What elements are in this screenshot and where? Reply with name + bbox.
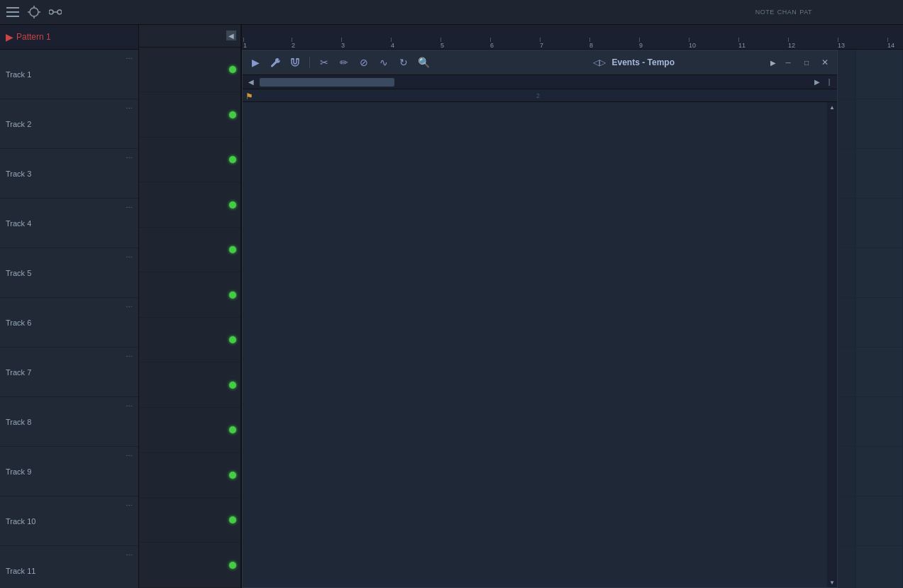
wave-icon[interactable]: ∿ — [377, 55, 391, 70]
ruler-mark-10: 10 — [689, 38, 696, 49]
svg-point-9 — [57, 10, 62, 14]
middle-header: ◀ — [139, 25, 240, 48]
track-active-dot[interactable] — [229, 426, 236, 433]
tempo-arrow: ▶ — [770, 59, 776, 67]
pattern-label[interactable]: ▶ Pattern 1 — [0, 25, 138, 50]
scroll-down-button[interactable]: ▼ — [827, 577, 837, 587]
ruler-mark-2: 2 — [292, 38, 295, 49]
scissors-icon[interactable]: ✂ — [317, 55, 331, 70]
track-row[interactable]: … Track 11 — [0, 546, 138, 588]
svg-point-8 — [49, 10, 53, 14]
track-row[interactable]: … Track 9 — [0, 447, 138, 497]
track-grid: ▶ ✂ ✏ — [242, 50, 903, 588]
track-row[interactable]: … Track 4 — [0, 199, 138, 248]
right-panel: 1 2 3 4 5 6 7 8 9 10 11 12 13 14 — [242, 25, 903, 588]
track-control-row — [139, 92, 240, 138]
play-button[interactable]: ▶ — [248, 55, 262, 70]
track-dots: … — [126, 152, 133, 160]
track-active-dot[interactable] — [229, 516, 236, 523]
track-row[interactable]: … Track 1 — [0, 50, 138, 99]
track-name: Track 8 — [6, 418, 31, 426]
track-control-row — [139, 408, 240, 453]
track-name: Track 11 — [6, 567, 35, 575]
track-row[interactable]: … Track 3 — [0, 149, 138, 199]
svg-rect-0 — [6, 7, 19, 9]
ruler-mark-12: 12 — [788, 38, 795, 49]
timeline-ruler: 1 2 3 4 5 6 7 8 9 10 11 12 13 14 — [242, 25, 903, 50]
track-row[interactable]: … Track 5 — [0, 248, 138, 298]
track-name: Track 9 — [6, 467, 31, 476]
track-active-dot[interactable] — [229, 336, 236, 343]
chan-col-header: CHAN — [777, 9, 797, 16]
track-active-dot[interactable] — [229, 201, 236, 209]
track-control-row — [139, 272, 240, 318]
track-active-dot[interactable] — [229, 66, 236, 73]
track-active-dot[interactable] — [229, 562, 236, 569]
ruler-mark-2: 2 — [536, 92, 540, 99]
track-dots: … — [126, 400, 133, 408]
scroll-up-button[interactable]: ▲ — [827, 102, 837, 112]
events-toolbar: ▶ ✂ ✏ — [243, 50, 837, 75]
scroll-left-arrow[interactable]: ◀ — [226, 30, 236, 40]
ruler-mark-4: 4 — [391, 38, 394, 49]
connect-icon[interactable] — [48, 5, 62, 19]
track-active-dot[interactable] — [229, 382, 236, 389]
ruler-mark-14: 14 — [887, 38, 894, 49]
ruler-mark-13: 13 — [838, 38, 845, 49]
ruler-mark-11: 11 — [738, 38, 746, 49]
magnet-icon[interactable] — [288, 55, 302, 70]
track-row[interactable]: … Track 6 — [0, 298, 138, 348]
svg-point-3 — [30, 8, 38, 16]
track-name: Track 4 — [6, 219, 31, 228]
svg-rect-1 — [6, 11, 19, 13]
scroll-thumb[interactable] — [260, 78, 394, 87]
track-control-row — [139, 138, 240, 183]
track-control-row — [139, 362, 240, 408]
track-name: Track 1 — [6, 70, 31, 79]
track-active-dot[interactable] — [229, 156, 236, 163]
scroll-right-button[interactable]: ▶ — [811, 77, 823, 88]
ruler-mark-8: 8 — [589, 38, 593, 49]
snap-icon[interactable] — [27, 5, 41, 19]
track-row[interactable]: … Track 7 — [0, 348, 138, 397]
events-panel: ▶ ✂ ✏ — [242, 50, 838, 588]
track-name: Track 7 — [6, 368, 31, 377]
close-button[interactable]: ✕ — [819, 56, 831, 69]
track-active-dot[interactable] — [229, 292, 236, 299]
scroll-left-button[interactable]: ◀ — [245, 77, 257, 88]
track-active-dot[interactable] — [229, 246, 236, 253]
track-control-row — [139, 318, 240, 363]
wrench-icon[interactable] — [268, 55, 282, 70]
ruler-mark-9: 9 — [639, 38, 643, 49]
track-dots: … — [126, 549, 133, 557]
maximize-button[interactable]: □ — [800, 56, 813, 69]
track-active-dot[interactable] — [229, 111, 236, 118]
main-layout: ▶ Pattern 1 … Track 1 … Track 2 … Track … — [0, 25, 903, 588]
loop-icon[interactable]: ↻ — [397, 55, 411, 70]
track-row[interactable]: … Track 8 — [0, 397, 138, 447]
column-headers: NOTE CHAN PAT — [755, 9, 812, 16]
events-title: Events - Tempo — [612, 57, 763, 67]
events-content-wrapper: ▲ ▼ — [243, 102, 837, 587]
pencil-icon[interactable]: ✏ — [337, 55, 351, 70]
track-active-dot[interactable] — [229, 472, 236, 479]
track-dots: … — [126, 52, 133, 60]
track-control-row — [139, 182, 240, 228]
track-dots: … — [126, 350, 133, 358]
pattern-name: Pattern 1 — [16, 32, 51, 42]
zoom-icon[interactable]: 🔍 — [416, 55, 431, 70]
top-toolbar: NOTE CHAN PAT — [0, 0, 903, 25]
scroll-end-button[interactable]: | — [824, 77, 834, 87]
audio-icon[interactable]: ◁▷ — [592, 55, 606, 70]
track-row[interactable]: … Track 2 — [0, 99, 138, 149]
track-row[interactable]: … Track 10 — [0, 497, 138, 546]
menu-icon[interactable] — [6, 5, 20, 19]
track-control-row — [139, 228, 240, 273]
note-col-header: NOTE — [755, 9, 775, 16]
eraser-icon[interactable]: ⊘ — [357, 55, 371, 70]
ruler-mark-1: 1 — [243, 38, 247, 49]
events-scrollbar-right: ▲ ▼ — [827, 102, 837, 587]
minimize-button[interactable]: ─ — [782, 56, 794, 69]
left-panel: ▶ Pattern 1 … Track 1 … Track 2 … Track … — [0, 25, 139, 588]
track-name: Track 5 — [6, 269, 31, 277]
